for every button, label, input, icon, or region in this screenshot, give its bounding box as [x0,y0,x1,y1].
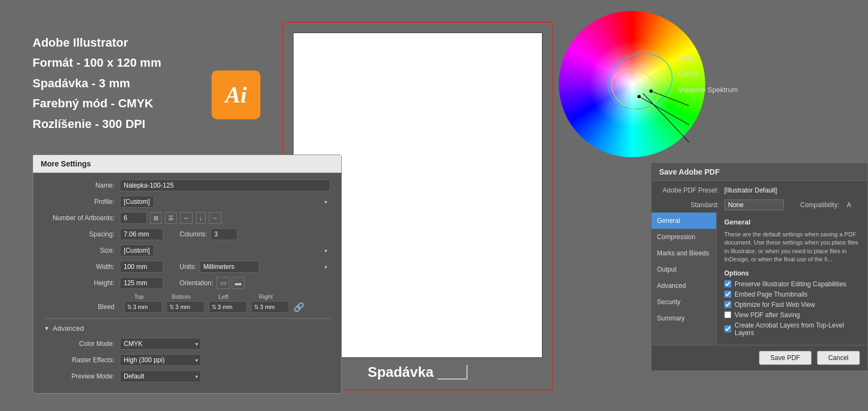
checkbox-optimize[interactable] [724,301,731,308]
raster-label: Raster Effects: [55,356,120,364]
spacing-row: Spacing: Columns: [44,228,330,240]
save-pdf-button[interactable]: Save PDF [759,351,812,365]
pdf-compat-label: Compatibility: [800,201,839,209]
pdf-preset-label: Adobe PDF Preset: [659,187,719,194]
width-label: Width: [44,263,120,271]
bleed-headers: Top Bottom Left Right [120,293,330,300]
spacing-input[interactable] [120,228,163,240]
sidebar-item-marks-bleeds[interactable]: Marks and Bleeds [652,245,716,261]
checkbox-thumbnails-label: Embed Page Thumbnails [735,291,808,298]
pdf-preset-value: [Illustrator Default] [724,187,777,194]
checkbox-view-after-label: View PDF after Saving [735,311,800,319]
checkbox-row-2: Embed Page Thumbnails [724,291,860,298]
checkbox-acrobat-layers[interactable] [724,325,731,332]
profile-select[interactable]: [Custom] [120,196,154,208]
artboard-right-btn[interactable]: → [209,212,221,224]
bleed-top-header: Top [120,293,158,300]
preview-row: Preview Mode: Default [55,370,330,382]
profile-select-wrapper: [Custom] [120,196,330,208]
raster-select-wrapper: High (300 ppi) [120,354,201,366]
raster-row: Raster Effects: High (300 ppi) [55,354,330,366]
artboard-arrange-btn[interactable]: ↔ [180,212,193,224]
bleed-bottom-header: Bottom [162,293,200,300]
preview-select[interactable]: Default [120,370,201,382]
bleed-inputs: Bleed ⇅ ⇅ ⇅ ⇅ 🔗 [44,301,330,313]
pdf-section-title: General [724,218,860,226]
bleed-right-spinner: ⇅ [254,304,259,311]
bleed-left-input[interactable] [218,304,242,310]
height-label: Height: [44,279,120,287]
sidebar-item-summary[interactable]: Summary [652,310,716,326]
artboards-row: Number of Artboards: ⊞ ☰ ↔ ↓ → [44,212,330,224]
portrait-btn[interactable]: ▭ [216,277,229,289]
orientation-label: Orientation: [180,279,213,287]
units-select-wrapper: Millimeters [200,261,330,273]
sidebar-item-output[interactable]: Output [652,261,716,278]
height-row: Height: Orientation: ▭ ▬ [44,277,330,289]
units-select[interactable]: Millimeters [200,261,259,273]
preview-label: Preview Mode: [55,373,120,380]
bleed-right-input[interactable] [260,304,284,310]
color-mode-select[interactable]: CMYK [120,338,201,350]
link-icon[interactable]: 🔗 [293,302,304,312]
pdf-options-title: Options [724,269,860,277]
info-line5: Rozlíšenie - 300 DPI [33,114,161,134]
pdf-footer: Save PDF Cancel [652,345,867,370]
spadavka-label: Spadávka [368,364,433,381]
pdf-std-row: Standard: None Compatibility: A [652,197,867,213]
bleed-section: Top Bottom Left Right Bleed ⇅ ⇅ ⇅ [44,293,330,313]
name-row: Name: [44,179,330,191]
pdf-sidebar: General Compression Marks and Bleeds Out… [652,213,717,345]
artboard-down-btn[interactable]: ↓ [196,212,206,224]
artboard-rows-btn[interactable]: ☰ [165,212,177,224]
size-row: Size: [Custom] [44,245,330,256]
pdf-preset-row: Adobe PDF Preset: [Illustrator Default] [652,181,867,197]
sidebar-item-advanced[interactable]: Advanced [652,278,716,294]
svg-point-1 [589,41,675,127]
info-panel: Adobe Illustrator Formát - 100 x 120 mm … [33,33,161,134]
pdf-description: These are the default settings when savi… [724,230,860,264]
size-label: Size: [44,247,120,254]
columns-input[interactable] [210,228,238,240]
cancel-button[interactable]: Cancel [817,351,860,365]
height-input[interactable] [120,277,163,289]
width-input[interactable] [120,261,163,273]
more-settings-title: More Settings [33,155,341,173]
pdf-compat-value: A [847,201,851,209]
name-input[interactable] [120,179,330,191]
checkbox-thumbnails[interactable] [724,291,731,298]
save-pdf-dialog: Save Adobe PDF Adobe PDF Preset: [Illust… [651,163,868,371]
pdf-std-label: Standard: [659,201,719,209]
bleed-top-input[interactable] [133,304,157,310]
color-mode-select-wrapper: CMYK [120,338,201,350]
sidebar-item-security[interactable]: Security [652,294,716,310]
bleed-bottom-wrapper: ⇅ [167,301,205,313]
checkbox-preserve[interactable] [724,280,731,287]
profile-row: Profile: [Custom] [44,196,330,208]
sidebar-item-compression[interactable]: Compression [652,229,716,245]
info-line3: Spadávka - 3 mm [33,73,161,93]
wheel-labels: RGB CMYK Viditeľné Spektrum [678,54,738,94]
advanced-label: Advanced [53,324,84,332]
advanced-toggle[interactable]: ▼ Advanced [44,324,330,332]
more-settings-dialog: More Settings Name: Profile: [Custom] Nu… [33,155,342,394]
name-label: Name: [44,182,120,189]
size-select[interactable]: [Custom] [120,245,154,256]
checkbox-row-3: Optimize for Fast Web View [724,301,860,309]
bleed-bottom-input[interactable] [175,304,200,310]
artboards-input[interactable] [120,212,147,224]
preview-select-wrapper: Default [120,370,201,382]
info-line4: Farebný mód - CMYK [33,93,161,113]
bleed-bottom-spinner: ⇅ [169,304,174,311]
info-line1: Adobe Illustrator [33,33,161,53]
checkbox-view-after[interactable] [724,311,731,318]
sidebar-item-general[interactable]: General [652,213,716,229]
checkbox-row-5: Create Acrobat Layers from Top-Level Lay… [724,322,860,337]
pdf-std-select[interactable]: None [724,200,784,210]
raster-select[interactable]: High (300 ppi) [120,354,201,366]
artboard-grid-btn[interactable]: ⊞ [150,212,162,224]
info-line2: Formát - 100 x 120 mm [33,53,161,73]
spectrum-label: Viditeľné Spektrum [678,86,738,94]
checkbox-row-1: Preserve Illustrator Editing Capabilitie… [724,280,860,288]
landscape-btn[interactable]: ▬ [232,277,245,289]
